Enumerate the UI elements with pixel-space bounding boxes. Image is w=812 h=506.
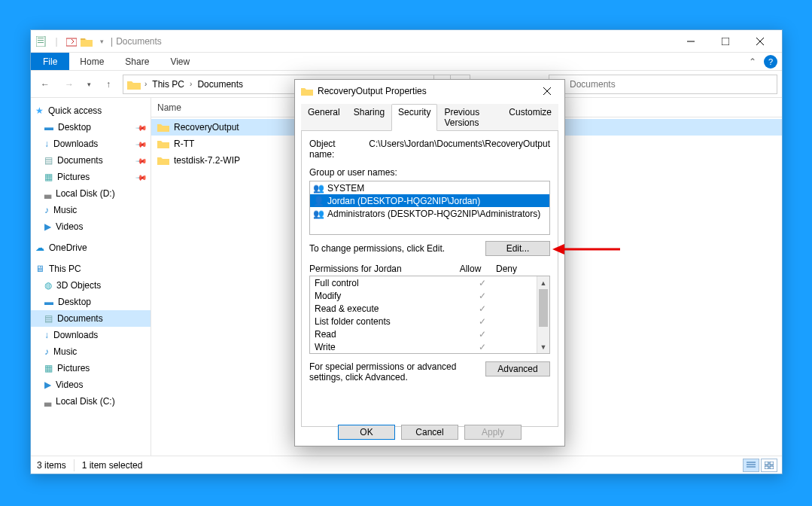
close-button[interactable] [743, 30, 777, 53]
documents-icon: ▤ [44, 313, 53, 324]
help-button[interactable]: ? [764, 55, 777, 69]
downloads-icon: ↓ [44, 330, 49, 340]
group-users-label: Group or user names: [309, 167, 550, 178]
recent-dropdown-icon[interactable]: ▾ [84, 75, 94, 94]
scroll-down-icon[interactable]: ▼ [537, 340, 549, 353]
nav-sidebar: ★ Quick access ▬Desktop📌 ↓Downloads📌 ▤Do… [31, 98, 151, 456]
ribbon: File Home Share View ⌃ ? [31, 53, 782, 71]
sidebar-item-label: Music [53, 346, 77, 357]
tab-customize[interactable]: Customize [502, 104, 558, 131]
sidebar-onedrive[interactable]: ☁OneDrive [31, 239, 151, 256]
allow-check-icon: ✓ [464, 329, 500, 340]
qat-newfolder-icon[interactable] [65, 35, 78, 47]
users-listbox[interactable]: 👥SYSTEM 👤Jordan (DESKTOP-HQG2NIP\Jordan)… [309, 181, 550, 235]
back-button[interactable]: ← [35, 75, 55, 94]
allow-check-icon: ✓ [464, 291, 500, 301]
folder-icon [301, 86, 313, 96]
documents-icon: ▤ [44, 155, 53, 166]
scroll-up-icon[interactable]: ▲ [537, 276, 549, 289]
dialog-close-button[interactable] [536, 80, 558, 102]
star-icon: ★ [35, 105, 44, 116]
security-tab-body: Object name: C:\Users\Jordan\Documents\R… [301, 130, 558, 427]
user-name: Administrators (DESKTOP-HQG2NIP\Administ… [327, 209, 540, 219]
perm-row: Read✓ [310, 328, 537, 340]
titlebar-breadcrumb: Documents [116, 36, 162, 47]
forward-button[interactable]: → [59, 75, 79, 94]
qat-properties-icon[interactable] [35, 35, 47, 47]
sidebar-quick-access[interactable]: ★ Quick access [31, 102, 151, 119]
tab-general[interactable]: General [301, 104, 347, 131]
qat-folder-icon[interactable] [81, 35, 93, 47]
sidebar-thispc[interactable]: 🖥This PC [31, 261, 151, 277]
file-name: R-TT [174, 139, 194, 149]
scroll-thumb[interactable] [539, 289, 548, 327]
sidebar-item-music2[interactable]: ♪Music [31, 343, 151, 360]
chevron-right-icon[interactable]: › [190, 80, 192, 88]
object-name-label: Object name: [309, 139, 358, 160]
view-tab[interactable]: View [160, 53, 200, 70]
ok-button[interactable]: OK [338, 425, 395, 440]
permissions-scrollbar[interactable]: ▲ ▼ [537, 276, 549, 353]
sidebar-item-pictures[interactable]: ▦Pictures📌 [31, 169, 151, 185]
dialog-button-row: OK Cancel Apply [295, 425, 564, 440]
sidebar-item-documents[interactable]: ▤Documents📌 [31, 152, 151, 169]
search-input[interactable]: 🔍 Documents [549, 75, 777, 94]
details-view-button[interactable] [743, 459, 759, 472]
crumb-thispc[interactable]: This PC [150, 79, 187, 90]
perm-name: Full control [315, 278, 464, 288]
sidebar-item-3dobjects[interactable]: ◍3D Objects [31, 277, 151, 294]
collapse-ribbon-icon[interactable]: ⌃ [749, 56, 756, 67]
apply-button[interactable]: Apply [464, 425, 522, 440]
perm-name: Modify [315, 291, 464, 301]
folder-icon [157, 139, 169, 149]
file-tab[interactable]: File [31, 53, 69, 70]
dialog-tabs: General Sharing Security Previous Versio… [295, 104, 564, 131]
properties-dialog: RecoveryOutput Properties General Sharin… [294, 79, 565, 447]
home-tab[interactable]: Home [69, 53, 114, 70]
sidebar-item-desktop2[interactable]: ▬Desktop [31, 294, 151, 310]
sidebar-item-videos[interactable]: ▶Videos [31, 218, 151, 235]
maximize-button[interactable] [708, 30, 743, 53]
pin-icon: 📌 [135, 121, 147, 133]
file-name: RecoveryOutput [174, 122, 239, 133]
large-icons-view-button[interactable] [761, 459, 777, 472]
sidebar-item-label: Documents [57, 313, 103, 324]
sidebar-item-localdisk-d[interactable]: ▃Local Disk (D:) [31, 185, 151, 202]
perm-name: Read [315, 329, 464, 340]
advanced-button[interactable]: Advanced [485, 361, 550, 376]
cancel-button[interactable]: Cancel [401, 425, 458, 440]
sidebar-item-documents2[interactable]: ▤Documents [31, 310, 151, 327]
pictures-icon: ▦ [44, 172, 53, 182]
sidebar-item-label: This PC [49, 264, 81, 274]
sidebar-item-localdisk-c[interactable]: ▃Local Disk (C:) [31, 393, 151, 410]
tab-previous-versions[interactable]: Previous Versions [437, 104, 502, 131]
status-item-count: 3 items [37, 460, 66, 471]
chevron-right-icon[interactable]: › [144, 80, 147, 88]
sidebar-item-music[interactable]: ♪Music [31, 202, 151, 218]
up-button[interactable]: ↑ [99, 75, 118, 94]
sidebar-item-downloads[interactable]: ↓Downloads📌 [31, 136, 151, 152]
address-folder-icon [126, 78, 141, 90]
sidebar-item-desktop[interactable]: ▬Desktop📌 [31, 119, 151, 136]
sidebar-item-videos2[interactable]: ▶Videos [31, 376, 151, 393]
svg-rect-3 [38, 42, 44, 43]
minimize-button[interactable] [674, 30, 708, 53]
folder-icon [157, 122, 169, 133]
user-row-system[interactable]: 👥SYSTEM [310, 181, 549, 194]
user-row-admins[interactable]: 👥Administrators (DESKTOP-HQG2NIP\Adminis… [310, 207, 549, 220]
sidebar-item-label: Local Disk (C:) [56, 396, 115, 407]
sidebar-item-label: 3D Objects [56, 280, 101, 291]
tab-sharing[interactable]: Sharing [347, 104, 391, 131]
deny-column-label: Deny [488, 264, 525, 274]
crumb-documents[interactable]: Documents [195, 79, 245, 90]
tab-security[interactable]: Security [391, 104, 437, 131]
user-row-jordan[interactable]: 👤Jordan (DESKTOP-HQG2NIP\Jordan) [310, 194, 549, 207]
allow-check-icon: ✓ [464, 342, 500, 352]
sidebar-item-downloads2[interactable]: ↓Downloads [31, 327, 151, 343]
sidebar-item-label: Local Disk (D:) [56, 188, 115, 199]
svg-rect-15 [765, 466, 768, 469]
qat-dropdown-icon[interactable]: ▾ [96, 35, 108, 47]
sidebar-item-pictures2[interactable]: ▦Pictures [31, 360, 151, 376]
share-tab[interactable]: Share [114, 53, 160, 70]
edit-button[interactable]: Edit... [485, 241, 550, 256]
